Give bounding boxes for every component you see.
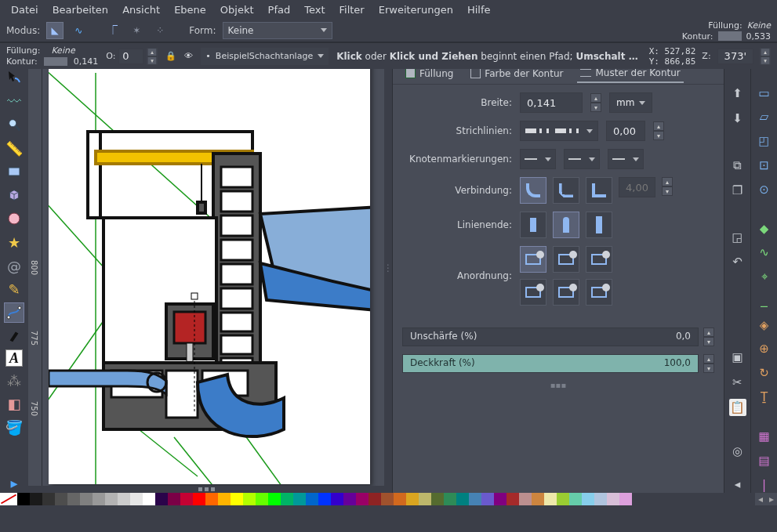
palette-swatch[interactable]: [519, 493, 532, 505]
snap-intersect-icon[interactable]: ⌖: [756, 269, 773, 285]
tool-star[interactable]: ★: [4, 232, 24, 252]
snap-object-center-icon[interactable]: ⊕: [756, 341, 773, 357]
spin-down[interactable]: ▾: [761, 56, 771, 65]
mode-bezier-regular[interactable]: ◣: [46, 22, 64, 39]
palette-swatch[interactable]: [306, 493, 318, 505]
menu-file[interactable]: Datei: [5, 2, 45, 17]
palette-swatch[interactable]: [193, 493, 205, 505]
menu-filters[interactable]: Filter: [333, 2, 371, 17]
palette-swatch[interactable]: [356, 493, 369, 505]
palette-swatch[interactable]: [494, 493, 507, 505]
snap-grid-icon[interactable]: ▤: [756, 452, 773, 469]
palette-swatch[interactable]: [569, 493, 582, 505]
snap-smooth-icon[interactable]: ⎯: [756, 293, 773, 309]
tool-ellipse[interactable]: [4, 208, 24, 229]
canvas[interactable]: 1: [42, 56, 384, 486]
menu-text[interactable]: Text: [298, 2, 331, 17]
palette-swatch[interactable]: [582, 493, 594, 505]
copy-icon[interactable]: ⧉: [729, 157, 746, 174]
spin-down[interactable]: ▾: [147, 56, 158, 65]
spin-up[interactable]: ▴: [703, 354, 714, 364]
palette-swatch[interactable]: [394, 493, 406, 505]
arrow-down-icon[interactable]: ⬇: [729, 110, 746, 127]
zoom-input[interactable]: 373': [717, 49, 753, 64]
snap-nodes-icon[interactable]: ◆: [756, 220, 773, 237]
spin-down[interactable]: ▾: [653, 131, 664, 140]
tool-eraser[interactable]: ◧: [4, 393, 24, 414]
tool-rectangle[interactable]: [4, 161, 24, 182]
duplicate-icon[interactable]: ▣: [729, 349, 746, 366]
palette-swatch[interactable]: [318, 493, 331, 505]
palette-swatch[interactable]: [619, 493, 632, 505]
snap-midpoint-icon[interactable]: ⊡: [756, 157, 773, 173]
spin-up[interactable]: ▴: [761, 48, 771, 56]
cap-round-button[interactable]: [553, 212, 579, 238]
tool-measure[interactable]: 📏: [4, 138, 24, 158]
snap-guide-icon[interactable]: |: [756, 476, 773, 493]
dash-pattern-select[interactable]: [520, 121, 598, 141]
mode-sequence[interactable]: ⁘: [151, 22, 169, 39]
order-3-button[interactable]: [586, 246, 612, 273]
palette-menu[interactable]: ▸: [766, 493, 777, 505]
palette-swatch[interactable]: [544, 493, 557, 505]
tool-3dbox[interactable]: [4, 185, 24, 205]
cap-square-button[interactable]: [586, 212, 612, 238]
marker-mid-select[interactable]: [564, 149, 600, 169]
miter-limit-input[interactable]: 4,00: [619, 177, 655, 197]
tool-zoom[interactable]: [4, 114, 24, 135]
mode-paraxial[interactable]: ✶: [128, 22, 145, 39]
tool-paint-bucket[interactable]: 🪣: [4, 417, 24, 437]
palette-none-swatch[interactable]: [0, 493, 17, 505]
tool-pencil[interactable]: ✎: [4, 279, 24, 299]
fill-value[interactable]: Keine: [747, 20, 771, 31]
form-select[interactable]: Keine: [223, 22, 332, 39]
spin-down[interactable]: ▾: [590, 103, 601, 112]
order-5-button[interactable]: [553, 279, 579, 306]
status-opacity-input[interactable]: 0: [118, 49, 143, 64]
visibility-icon[interactable]: 👁: [184, 51, 193, 61]
menu-help[interactable]: Hilfe: [461, 2, 497, 17]
palette-swatch[interactable]: [218, 493, 231, 505]
cap-butt-button[interactable]: [520, 212, 546, 238]
tool-calligraphy[interactable]: [4, 326, 24, 346]
palette-swatch[interactable]: [381, 493, 394, 505]
order-4-button[interactable]: [520, 279, 546, 306]
palette-swatch[interactable]: [118, 493, 130, 505]
palette-swatch[interactable]: [80, 493, 93, 505]
palette-swatch[interactable]: [168, 493, 180, 505]
palette-swatch[interactable]: [507, 493, 519, 505]
palette-swatch[interactable]: [469, 493, 481, 505]
menu-extensions[interactable]: Erweiterungen: [372, 2, 459, 17]
spin-up[interactable]: ▴: [590, 93, 601, 103]
snap-edge-icon[interactable]: ▱: [756, 109, 773, 125]
order-6-button[interactable]: [586, 279, 612, 306]
tool-spiral[interactable]: @: [4, 255, 24, 276]
panel-expand-icon[interactable]: ◂: [729, 476, 746, 493]
spin-up[interactable]: ▴: [653, 121, 664, 131]
stroke-width-input[interactable]: 0,141: [520, 92, 583, 113]
palette-swatch[interactable]: [557, 493, 569, 505]
layer-select[interactable]: • BeispielSchachtanlage: [201, 48, 329, 65]
palette-swatch[interactable]: [369, 493, 381, 505]
palette-swatch[interactable]: [256, 493, 268, 505]
arrow-up-icon[interactable]: ⬆: [729, 85, 746, 102]
join-miter-button[interactable]: [586, 177, 612, 204]
dock-splitter[interactable]: ⋮: [384, 42, 392, 493]
palette-swatch[interactable]: [231, 493, 243, 505]
stroke-swatch[interactable]: [718, 31, 742, 41]
group-icon[interactable]: ◲: [729, 229, 746, 246]
palette-swatch[interactable]: [55, 493, 67, 505]
spin-down[interactable]: ▾: [703, 364, 714, 373]
palette-swatch[interactable]: [594, 493, 607, 505]
palette-swatch[interactable]: [406, 493, 419, 505]
status-fill-value[interactable]: Keine: [51, 45, 74, 56]
palette-swatch[interactable]: [42, 493, 55, 505]
mode-line[interactable]: ⎾: [104, 22, 122, 39]
palette-swatch[interactable]: [243, 493, 256, 505]
spin-up[interactable]: ▴: [703, 328, 714, 337]
opacity-slider[interactable]: Deckkraft (%) 100,0: [402, 354, 699, 373]
menu-view[interactable]: Ansicht: [116, 2, 166, 17]
panel-grip[interactable]: ▪▪▪: [402, 381, 714, 389]
palette-swatch[interactable]: [281, 493, 293, 505]
palette-swatch[interactable]: [93, 493, 105, 505]
